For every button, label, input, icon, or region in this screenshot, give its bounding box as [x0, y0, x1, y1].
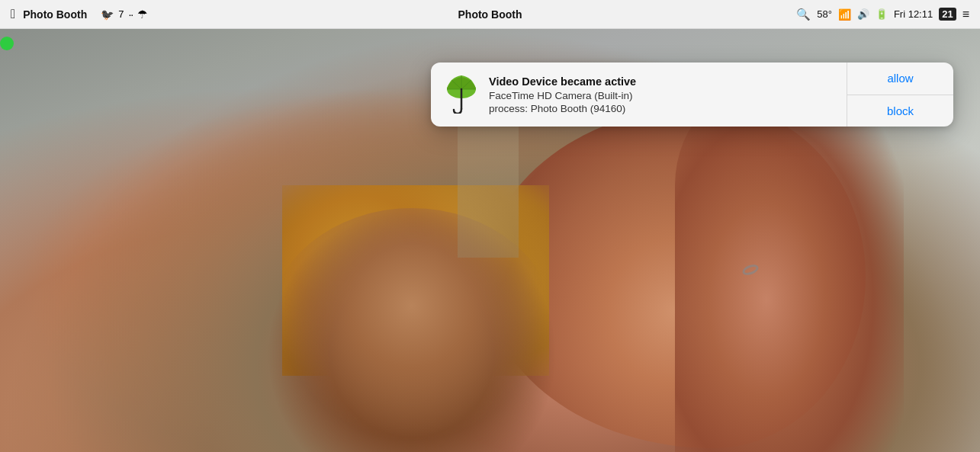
notification-body: Video Device became active FaceTime HD C… — [431, 63, 847, 127]
umbrella-menubar-icon[interactable]: ☂ — [137, 8, 147, 21]
camera-active-dot — [0, 37, 14, 50]
apple-icon[interactable]:  — [11, 7, 15, 22]
bird-icon[interactable]: 🐦‍⬛ — [101, 8, 114, 21]
dots-icon[interactable]: ·· — [128, 8, 133, 21]
menubar-right: 🔍 58° 📶 🔊 🔋 Fri 12:11 21 ≡ — [796, 8, 969, 21]
app-title: Photo Booth — [458, 8, 522, 21]
count-badge: 7 — [118, 8, 124, 20]
notification-text-block: Video Device became active FaceTime HD C… — [489, 75, 833, 114]
umbrella-icon — [446, 75, 477, 114]
datetime-display: Fri 12:11 — [894, 8, 933, 20]
block-button[interactable]: block — [847, 95, 953, 127]
notification-actions: allow block — [847, 63, 953, 127]
notification-title: Video Device became active — [489, 75, 833, 88]
wifi-icon[interactable]: 📶 — [838, 8, 851, 21]
notification-popup: Video Device became active FaceTime HD C… — [431, 63, 953, 127]
volume-icon[interactable]: 🔊 — [857, 8, 869, 20]
notification-detail: process: Photo Booth (94160) — [489, 103, 833, 114]
menu-icon[interactable]: ≡ — [962, 8, 969, 21]
notification-count[interactable]: 21 — [939, 8, 956, 21]
notification-icon-wrap — [445, 75, 478, 114]
search-icon[interactable]: 🔍 — [796, 8, 811, 21]
allow-button[interactable]: allow — [847, 63, 953, 95]
menubar-left:  Photo Booth 🐦‍⬛ 7 ·· ☂ — [11, 7, 147, 22]
app-menu[interactable]: Photo Booth — [23, 8, 87, 21]
battery-icon[interactable]: 🔋 — [876, 8, 888, 20]
notification-subtitle: FaceTime HD Camera (Built-in) — [489, 90, 833, 101]
arm-visual — [675, 71, 904, 452]
temperature-display: 58° — [817, 8, 832, 20]
menubar:  Photo Booth 🐦‍⬛ 7 ·· ☂ Photo Booth 🔍 5… — [0, 0, 980, 29]
